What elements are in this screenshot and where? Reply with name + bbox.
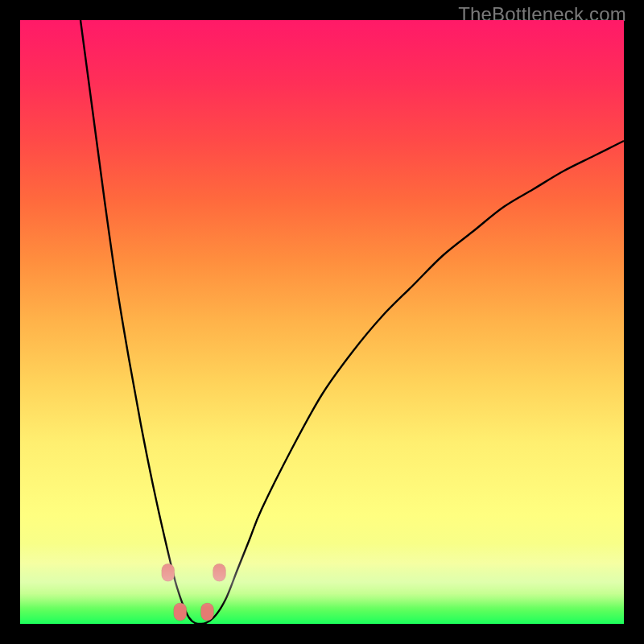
curve-marker: [174, 603, 187, 621]
plot-area: [20, 20, 624, 624]
chart-frame: TheBottleneck.com: [0, 0, 644, 644]
curve-svg: [20, 20, 624, 624]
curve-marker: [162, 564, 175, 581]
curve-marker: [201, 603, 214, 621]
curve-markers: [162, 564, 226, 621]
bottleneck-curve: [80, 20, 624, 624]
curve-marker: [213, 564, 226, 581]
